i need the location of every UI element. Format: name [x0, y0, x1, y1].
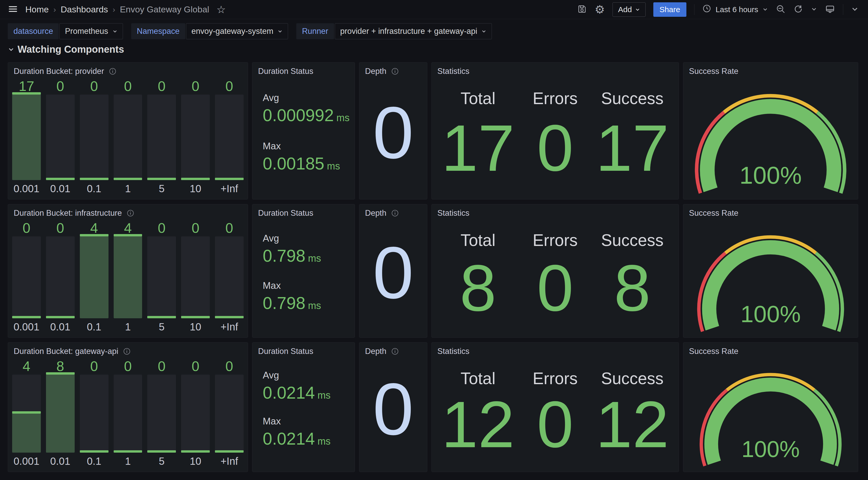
bar-value-label: 0 [215, 220, 244, 236]
dashboard-settings-button[interactable]: ⚙ [595, 4, 605, 15]
refresh-interval-dropdown[interactable] [811, 6, 817, 13]
bar-category-label: 10 [181, 455, 210, 467]
panel-title: Depth [365, 67, 386, 76]
stat-total: Total8 [439, 218, 517, 334]
success-rate-gauge: 100% [687, 218, 854, 334]
kiosk-mode-button[interactable] [825, 4, 835, 15]
variable-datasource-dropdown[interactable]: Prometheus [59, 23, 123, 39]
variable-runner: Runner provider + infrastructure + gatew… [296, 23, 492, 39]
bar-value-label: 0 [114, 78, 142, 94]
bar-value-label: 0 [80, 358, 108, 374]
panel-title: Statistics [437, 67, 469, 76]
panel-statistics-gateway-api: StatisticsTotal12Errors0Success12 [431, 342, 679, 472]
bar-value-label: 0 [80, 78, 108, 94]
breadcrumb-home[interactable]: Home [25, 4, 49, 14]
bar-value-label: 0 [181, 220, 210, 236]
success-rate-gauge: 100% [687, 77, 854, 196]
info-circle-icon[interactable] [391, 67, 399, 75]
bar-0.001 [12, 236, 41, 318]
section-watching-components[interactable]: Watching Components [0, 42, 132, 60]
bar-value-label: 0 [215, 358, 244, 374]
metric-label: Max [263, 280, 350, 291]
add-button[interactable]: Add [613, 2, 645, 17]
breadcrumb: Home › Dashboards › Envoy Gateway Global [25, 4, 209, 14]
bar-category-label: 0.01 [46, 183, 75, 194]
svg-text:100%: 100% [740, 162, 802, 189]
metric-unit: ms [308, 253, 321, 264]
bar-gauge [12, 374, 244, 453]
collapse-toolbar-button[interactable] [851, 5, 859, 14]
bar-0.01 [46, 95, 75, 180]
bar-10 [181, 95, 210, 180]
info-circle-icon[interactable] [391, 348, 399, 355]
gear-icon: ⚙ [595, 4, 605, 15]
panel-depth-provider: Depth0 [359, 62, 427, 200]
metric-unit: ms [336, 112, 349, 123]
zoom-out-time-button[interactable] [776, 4, 785, 15]
bar-value-label: 4 [12, 358, 41, 374]
bar-value-label: 0 [12, 220, 41, 236]
stat-label: Errors [533, 89, 578, 108]
bar-value-label: 0 [46, 78, 75, 94]
bar-category-labels: 0.0010.010.11510+Inf [12, 182, 244, 196]
bar-5 [147, 374, 176, 453]
info-circle-icon[interactable] [123, 348, 131, 355]
variable-namespace-dropdown[interactable]: envoy-gateway-system [186, 23, 288, 39]
panel-title: Success Rate [689, 67, 738, 76]
panel-statistics-provider: StatisticsTotal17Errors0Success17 [431, 62, 679, 200]
bar-value-labels: 17000000 [12, 78, 244, 95]
stat-value: 12 [441, 388, 515, 468]
refresh-icon [793, 4, 803, 15]
variable-runner-dropdown[interactable]: provider + infrastructure + gateway-api [335, 23, 492, 39]
panel-title: Statistics [437, 208, 469, 218]
favorite-button[interactable]: ☆ [216, 4, 226, 15]
variable-namespace-label: Namespace [131, 23, 185, 39]
metric-value: 0.00185ms [263, 154, 350, 173]
metric-value: 0.798ms [263, 293, 350, 313]
chevron-down-icon [635, 5, 640, 14]
info-circle-icon[interactable] [109, 67, 117, 75]
bar-10 [181, 374, 210, 453]
time-range-picker[interactable]: Last 6 hours [702, 4, 768, 15]
bar-category-label: 5 [147, 455, 176, 467]
info-circle-icon[interactable] [391, 209, 399, 217]
variable-datasource: datasource Prometheus [8, 23, 123, 39]
metric-unit: ms [317, 390, 331, 401]
dashboard-grid: Duration Bucket: provider170000000.0010.… [0, 60, 868, 472]
variable-namespace-value: envoy-gateway-system [191, 27, 273, 36]
panel-depth-infrastructure: Depth0 [359, 204, 427, 338]
menu-toggle-button[interactable] [8, 4, 18, 15]
panel-title: Duration Status [258, 208, 313, 218]
stat-success: Success8 [594, 218, 671, 334]
panel-title: Duration Status [258, 347, 313, 356]
bar-category-label: 5 [147, 321, 176, 333]
chevron-down-icon [481, 27, 487, 36]
variable-namespace: Namespace envoy-gateway-system [131, 23, 288, 39]
bar-category-label: 0.1 [80, 183, 108, 194]
breadcrumb-dashboards[interactable]: Dashboards [61, 4, 108, 14]
refresh-button[interactable] [793, 4, 803, 15]
bar-0.001 [12, 374, 41, 453]
info-circle-icon[interactable] [127, 209, 134, 217]
bar-category-label: 10 [181, 321, 210, 333]
bar-10 [181, 236, 210, 318]
bar-category-label: 0.1 [80, 321, 108, 333]
metric-max: Max0.00185ms [263, 141, 350, 173]
save-dashboard-button[interactable] [577, 4, 587, 15]
panel-success-rate-infrastructure: Success Rate100% [683, 204, 858, 338]
stat-value: 0 [537, 250, 574, 334]
chevron-down-icon [811, 6, 817, 13]
share-button[interactable]: Share [653, 2, 686, 17]
breadcrumb-separator: › [54, 5, 56, 14]
bar-1 [114, 95, 142, 180]
stat-value: 17 [441, 108, 515, 196]
bar-category-labels: 0.0010.010.11510+Inf [12, 454, 244, 468]
section-title: Watching Components [18, 44, 124, 55]
panel-duration-bucket-gateway-api: Duration Bucket: gateway-api48000000.001… [8, 342, 248, 472]
variable-runner-value: provider + infrastructure + gateway-api [340, 27, 477, 36]
chevron-down-icon [113, 27, 118, 36]
panel-title: Success Rate [689, 208, 738, 218]
bar-+Inf [215, 236, 244, 318]
stat-total: Total12 [439, 357, 517, 468]
stat-errors: Errors0 [517, 77, 594, 196]
